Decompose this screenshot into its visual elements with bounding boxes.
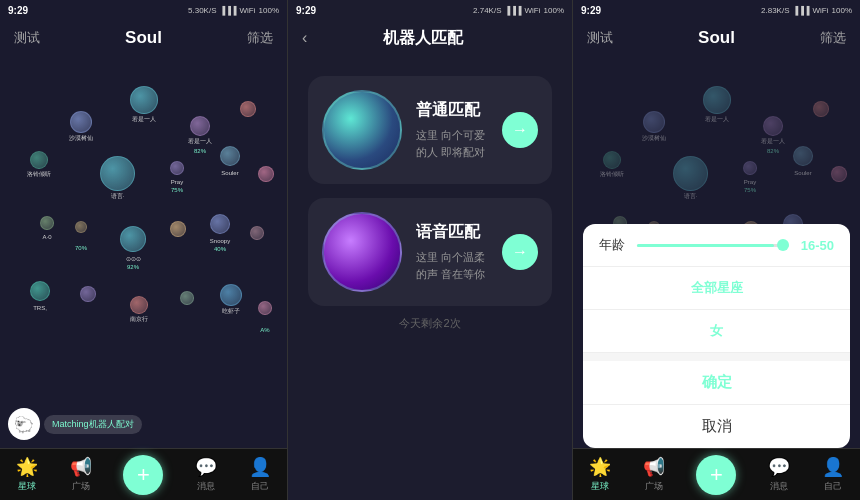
bubble-label-b7: Pray (171, 179, 183, 185)
voice-match-button[interactable]: → (502, 234, 538, 270)
bubble-b4[interactable] (240, 101, 256, 117)
tab-profile-label-3: 自己 (824, 480, 842, 493)
bubble-inner-b21 (258, 301, 272, 315)
tab-profile[interactable]: 👤 自己 (249, 456, 271, 493)
bubble-b6[interactable]: 语言· (100, 156, 135, 191)
top-nav-2: ‹ 机器人匹配 (288, 20, 572, 56)
signal-icon-3: ▐▐▐ (793, 6, 810, 15)
bubble-b6[interactable]: 语言· (673, 156, 708, 191)
gender-value: 女 (710, 322, 723, 340)
confirm-button[interactable]: 确定 (702, 373, 732, 392)
wifi-icon-3: WiFi (813, 6, 829, 15)
normal-match-button[interactable]: → (502, 112, 538, 148)
filter-age-row[interactable]: 年龄 16-50 (583, 224, 850, 267)
cancel-button[interactable]: 取消 (702, 417, 732, 436)
bubble-label-b3: 若是一人 (761, 137, 785, 146)
normal-match-info: 普通匹配 这里 向个可爱的人 即将配对 (416, 100, 488, 160)
bubble-pct-b3: 82% (194, 148, 206, 154)
bubble-b4[interactable] (813, 101, 829, 117)
bubble-b2[interactable]: 沙漠树仙 (70, 111, 92, 133)
bubble-b20[interactable]: 吃虾子 (220, 284, 242, 306)
bot-text[interactable]: Matching机器人配对 (44, 415, 142, 434)
tab-messages[interactable]: 💬 消息 (195, 456, 217, 493)
status-bar-1: 9:29 5.30K/S ▐▐▐ WiFi 100% (0, 0, 287, 20)
bubble-b17[interactable] (80, 286, 96, 302)
bubble-inner-b1 (130, 86, 158, 114)
tab-message-label: 消息 (197, 480, 215, 493)
star-icon: 🌟 (16, 456, 38, 478)
bubble-b13[interactable] (170, 221, 186, 237)
profile-icon: 👤 (249, 456, 271, 478)
signal-icon-2: ▐▐▐ (505, 6, 522, 15)
bubble-b3[interactable]: 若是一人82% (763, 116, 783, 136)
bottom-bar-1: 🌟 星球 📢 广场 + 💬 消息 👤 自己 (0, 448, 287, 500)
bubble-b21[interactable]: A% (258, 301, 272, 315)
status-bar-3: 9:29 2.83K/S ▐▐▐ WiFi 100% (573, 0, 860, 20)
bubble-b9[interactable] (831, 166, 847, 182)
bubble-inner-b7 (170, 161, 184, 175)
tab-star[interactable]: 🌟 星球 (16, 456, 38, 493)
bubble-b12[interactable]: ⊙⊙⊙92% (120, 226, 146, 252)
nav-filter-3[interactable]: 筛选 (820, 29, 846, 47)
bubble-label-b7: Pray (744, 179, 756, 185)
bubble-b8[interactable]: Souler (793, 146, 813, 166)
tab-add-button-3[interactable]: + (696, 455, 736, 495)
bubble-b1[interactable]: 若是一人 (703, 86, 731, 114)
message-icon: 💬 (195, 456, 217, 478)
tab-square-3[interactable]: 📢 广场 (643, 456, 665, 493)
bubble-b15[interactable] (250, 226, 264, 240)
bubble-label-b10: A·0 (42, 234, 51, 240)
star-icon-3: 🌟 (589, 456, 611, 478)
tab-messages-3[interactable]: 💬 消息 (768, 456, 790, 493)
filter-zodiac-row[interactable]: 全部星座 (583, 267, 850, 310)
filter-gender-row[interactable]: 女 (583, 310, 850, 353)
nav-title-3: Soul (698, 28, 735, 48)
status-bar-2: 9:29 2.74K/S ▐▐▐ WiFi 100% (288, 0, 572, 20)
bubble-b8[interactable]: Souler (220, 146, 240, 166)
bubble-b3[interactable]: 若是一人82% (190, 116, 210, 136)
bubble-label-b14: Snoopy (210, 238, 230, 244)
bubble-b5[interactable]: 洛铃倾听 (603, 151, 621, 169)
bubble-inner-b3 (190, 116, 210, 136)
age-slider-thumb[interactable] (777, 239, 789, 251)
filter-cancel-row[interactable]: 取消 (583, 405, 850, 448)
tab-square-label: 广场 (72, 480, 90, 493)
age-slider-track[interactable] (637, 244, 789, 247)
bubble-b5[interactable]: 洛铃倾听 (30, 151, 48, 169)
back-button[interactable]: ‹ (302, 29, 307, 47)
bubble-label-b6: 语言· (111, 192, 125, 201)
bubble-inner-b8 (220, 146, 240, 166)
bubble-b16[interactable]: TRS, (30, 281, 50, 301)
bubble-inner-b3 (763, 116, 783, 136)
time-2: 9:29 (296, 5, 316, 16)
bubble-b7[interactable]: Pray75% (170, 161, 184, 175)
bubble-b2[interactable]: 沙漠树仙 (643, 111, 665, 133)
tab-star-3[interactable]: 🌟 星球 (589, 456, 611, 493)
bubble-inner-b9 (831, 166, 847, 182)
filter-confirm-row[interactable]: 确定 (583, 361, 850, 405)
bubble-b9[interactable] (258, 166, 274, 182)
bubble-b1[interactable]: 若是一人 (130, 86, 158, 114)
bubble-b7[interactable]: Pray75% (743, 161, 757, 175)
bubble-b19[interactable] (180, 291, 194, 305)
bubble-b11[interactable]: 70% (75, 221, 87, 233)
bubble-inner-b5 (603, 151, 621, 169)
tab-square[interactable]: 📢 广场 (70, 456, 92, 493)
status-icons-2: 2.74K/S ▐▐▐ WiFi 100% (473, 6, 564, 15)
nav-filter-1[interactable]: 筛选 (247, 29, 273, 47)
battery-3: 100% (832, 6, 852, 15)
age-label: 年龄 (599, 236, 625, 254)
bubble-inner-b16 (30, 281, 50, 301)
tab-add-button[interactable]: + (123, 455, 163, 495)
bubble-inner-b12 (120, 226, 146, 252)
bubble-inner-b11 (75, 221, 87, 233)
zodiac-value: 全部星座 (691, 279, 743, 297)
bubble-label-b20: 吃虾子 (222, 307, 240, 316)
bubble-inner-b1 (703, 86, 731, 114)
bubble-b18[interactable]: 南京行 (130, 296, 148, 314)
tab-profile-3[interactable]: 👤 自己 (822, 456, 844, 493)
bubble-b14[interactable]: Snoopy40% (210, 214, 230, 234)
normal-planet (322, 90, 402, 170)
matching-bot[interactable]: 🐑 Matching机器人配对 (8, 408, 142, 440)
bubble-b10[interactable]: A·0 (40, 216, 54, 230)
